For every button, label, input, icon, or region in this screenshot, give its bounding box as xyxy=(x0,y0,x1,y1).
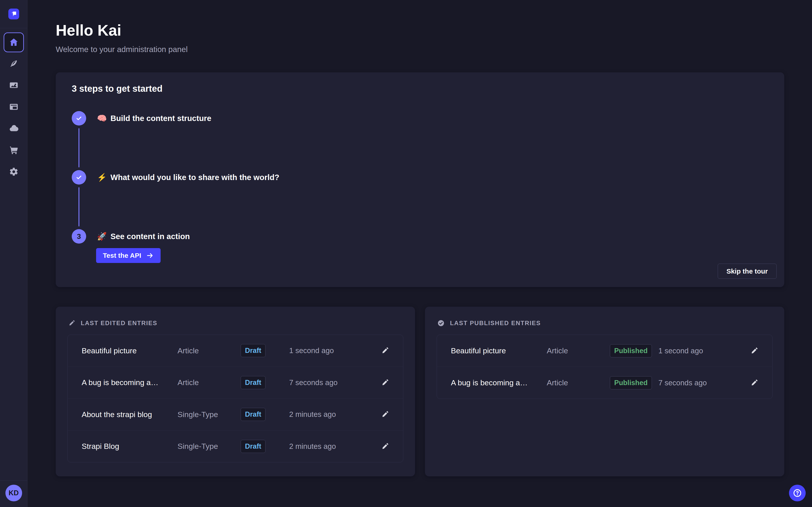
step-connector-line xyxy=(79,187,80,226)
status-badge: Draft xyxy=(241,440,265,453)
sidebar-footer: KD xyxy=(0,481,27,507)
entry-updated-time: 1 second ago xyxy=(289,346,378,355)
edit-entry-button[interactable] xyxy=(381,347,389,355)
sidebar-item-marketplace[interactable] xyxy=(3,140,24,160)
page-title: Hello Kai xyxy=(56,21,812,39)
feather-icon xyxy=(9,59,18,68)
pencil-icon xyxy=(68,320,75,327)
last-edited-table: Beautiful picture Article Draft 1 second… xyxy=(67,335,403,462)
entry-title: About the strapi blog xyxy=(82,410,177,419)
lightning-emoji: ⚡ xyxy=(97,173,107,182)
table-row: Beautiful picture Article Draft 1 second… xyxy=(68,335,403,367)
sidebar-item-home[interactable] xyxy=(4,33,24,52)
entries-section: LAST EDITED ENTRIES Beautiful picture Ar… xyxy=(56,307,812,476)
pencil-icon xyxy=(381,347,389,355)
table-row: A bug is becoming a… Article Published 7… xyxy=(437,367,772,399)
entry-type: Article xyxy=(177,378,241,387)
gear-icon xyxy=(9,167,18,176)
skip-tour-button[interactable]: Skip the tour xyxy=(718,264,776,279)
sidebar-item-settings[interactable] xyxy=(3,161,24,182)
last-edited-header: LAST EDITED ENTRIES xyxy=(68,320,157,327)
home-icon xyxy=(9,37,19,48)
entry-title: Beautiful picture xyxy=(82,346,177,355)
sidebar-item-media-library[interactable] xyxy=(3,75,24,96)
edit-entry-button[interactable] xyxy=(750,379,758,387)
arrow-right-icon xyxy=(146,252,154,259)
cloud-icon xyxy=(9,124,18,133)
entry-type: Article xyxy=(547,378,610,387)
pencil-icon xyxy=(750,347,758,355)
step-number-badge: 3 xyxy=(72,229,86,243)
sidebar: KD xyxy=(0,0,28,507)
entry-title: Strapi Blog xyxy=(82,442,177,451)
last-published-card: LAST PUBLISHED ENTRIES Beautiful picture… xyxy=(425,307,784,476)
entry-updated-time: 7 seconds ago xyxy=(658,379,748,387)
test-api-button[interactable]: Test the API xyxy=(96,248,161,263)
cart-icon xyxy=(9,145,18,155)
sidebar-item-content-type-builder[interactable] xyxy=(3,97,24,117)
step-label: 🧠 Build the content structure xyxy=(97,114,211,123)
guided-tour-card: 3 steps to get started 🧠 Build the conte… xyxy=(56,72,784,287)
entry-updated-time: 7 seconds ago xyxy=(289,378,378,387)
tour-step-1: 🧠 Build the content structure xyxy=(72,111,211,125)
pencil-icon xyxy=(381,379,389,387)
entry-type: Single-Type xyxy=(177,442,241,451)
table-row: A bug is becoming a… Article Draft 7 sec… xyxy=(68,367,403,399)
edit-entry-button[interactable] xyxy=(381,442,389,450)
strapi-logo-icon xyxy=(8,9,19,19)
last-edited-title: LAST EDITED ENTRIES xyxy=(81,320,157,327)
entry-updated-time: 2 minutes ago xyxy=(289,442,378,451)
brain-emoji: 🧠 xyxy=(97,114,107,123)
pencil-icon xyxy=(381,442,389,450)
rocket-emoji: 🚀 xyxy=(97,232,107,241)
entry-title: Beautiful picture xyxy=(451,346,547,355)
entry-type: Article xyxy=(177,346,241,355)
status-badge: Published xyxy=(610,376,652,389)
status-badge: Draft xyxy=(241,408,265,421)
step-label: ⚡ What would you like to share with the … xyxy=(97,173,279,182)
sidebar-item-deploy[interactable] xyxy=(3,118,24,139)
last-edited-card: LAST EDITED ENTRIES Beautiful picture Ar… xyxy=(56,307,415,476)
entry-updated-time: 1 second ago xyxy=(658,347,748,355)
step-connector-line xyxy=(79,128,80,167)
main-content: Hello Kai Welcome to your administration… xyxy=(28,0,812,507)
last-published-title: LAST PUBLISHED ENTRIES xyxy=(450,320,541,327)
table-row: Strapi Blog Single-Type Draft 2 minutes … xyxy=(68,431,403,462)
help-button[interactable] xyxy=(789,485,806,501)
sidebar-nav xyxy=(3,33,24,182)
test-api-label: Test the API xyxy=(103,252,141,259)
entry-updated-time: 2 minutes ago xyxy=(289,410,378,419)
step-label: 🚀 See content in action xyxy=(97,232,190,241)
entry-type: Article xyxy=(547,346,610,355)
table-row: About the strapi blog Single-Type Draft … xyxy=(68,399,403,431)
tour-step-3: 3 🚀 See content in action xyxy=(72,229,190,243)
sidebar-divider xyxy=(0,28,27,28)
step-done-check-icon xyxy=(72,170,86,184)
pencil-icon xyxy=(750,379,758,387)
status-badge: Draft xyxy=(241,376,265,389)
tour-step-2: ⚡ What would you like to share with the … xyxy=(72,170,279,184)
step-label-text: See content in action xyxy=(110,232,190,241)
entry-type: Single-Type xyxy=(177,410,241,419)
user-avatar[interactable]: KD xyxy=(5,485,22,501)
status-badge: Published xyxy=(610,344,652,357)
edit-entry-button[interactable] xyxy=(381,410,389,418)
page-subtitle: Welcome to your administration panel xyxy=(56,45,812,54)
guided-tour-title: 3 steps to get started xyxy=(72,83,162,94)
pencil-icon xyxy=(381,410,389,418)
table-row: Beautiful picture Article Published 1 se… xyxy=(437,335,772,367)
strapi-logo[interactable] xyxy=(8,9,19,19)
edit-entry-button[interactable] xyxy=(750,347,758,355)
step-label-text: Build the content structure xyxy=(110,114,211,123)
step-label-text: What would you like to share with the wo… xyxy=(110,173,280,182)
sidebar-item-content-manager[interactable] xyxy=(3,53,24,74)
step-number: 3 xyxy=(77,232,81,241)
layout-icon xyxy=(9,102,18,112)
entry-title: A bug is becoming a… xyxy=(82,378,177,387)
check-circle-icon xyxy=(437,320,445,327)
last-published-header: LAST PUBLISHED ENTRIES xyxy=(437,320,541,327)
edit-entry-button[interactable] xyxy=(381,379,389,387)
pictures-icon xyxy=(9,80,18,90)
entry-title: A bug is becoming a… xyxy=(451,378,547,387)
question-circle-icon xyxy=(793,488,802,498)
